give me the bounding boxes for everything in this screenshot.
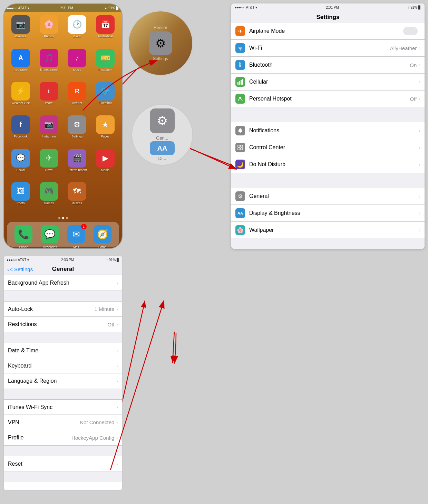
app-instagram-icon: 📷 <box>40 115 58 134</box>
app-travel[interactable]: ✈ Travel <box>36 149 62 180</box>
bluetooth-chevron: › <box>419 62 420 68</box>
settings-row-airplane[interactable]: ✈ Airplane Mode <box>231 23 425 40</box>
zoom-general-label: Gen... <box>156 135 168 141</box>
settings-row-display[interactable]: AA Display & Brightness › <box>231 205 425 222</box>
app-empty <box>92 182 118 213</box>
dock-phone[interactable]: 📞 Phone <box>14 225 32 243</box>
svg-rect-13 <box>238 148 240 150</box>
settings-panel-top: ●●●○○ AT&T ▾ 2:31 PM ↑ 91% ▊ Settings ✈ … <box>231 3 425 249</box>
iphone-home-screen: ●●●○○ AT&T ▾ 2:31 PM ▲ 91% ▊ 📷 Camera 🌸 … <box>3 3 123 249</box>
app-reeder[interactable]: R Reeder <box>64 82 90 113</box>
app-music[interactable]: ♪ Music <box>64 49 90 80</box>
app-imazes-label: iMazes <box>72 201 82 205</box>
app-entertainment-label: Entertainment <box>67 168 87 172</box>
zoom-settings-text: Settings <box>153 56 168 61</box>
settings-row-wallpaper[interactable]: 🌸 Wallpaper › <box>231 222 425 238</box>
app-tweetbot[interactable]: 🐦 Tweetbot <box>92 82 118 113</box>
row-restrictions[interactable]: Restrictions Off › <box>4 317 122 332</box>
general-nav-title: General <box>52 266 74 273</box>
general-icon: ⚙ <box>235 191 245 201</box>
row-auto-lock[interactable]: Auto-Lock 1 Minute › <box>4 302 122 317</box>
row-reset[interactable]: Reset › <box>4 456 122 472</box>
app-camera[interactable]: 📷 Camera <box>8 15 34 47</box>
dock-safari[interactable]: 🧭 Safari <box>94 225 111 243</box>
back-to-settings[interactable]: ‹ < Settings <box>7 266 33 272</box>
app-fantastical[interactable]: 📅 Fantastical <box>92 15 118 47</box>
app-instagram-label: Instagram <box>42 135 56 138</box>
row-itunes-sync[interactable]: iTunes Wi-Fi Sync › <box>4 400 122 415</box>
cellular-icon <box>235 77 245 87</box>
app-imore-label: iMore <box>45 101 53 105</box>
row-background-refresh[interactable]: Background App Refresh › <box>4 275 122 291</box>
settings-carrier: ●●●○○ AT&T ▾ <box>235 6 257 9</box>
dnd-icon: 🌙 <box>235 160 245 169</box>
profile-value: HockeyApp Config <box>71 435 114 441</box>
settings-row-cellular[interactable]: Cellular › <box>231 74 425 91</box>
settings-status-bar: ●●●○○ AT&T ▾ 2:31 PM ↑ 91% ▊ <box>231 3 425 11</box>
display-icon: AA <box>235 208 245 218</box>
row-keyboard[interactable]: Keyboard › <box>4 358 122 373</box>
app-imazes[interactable]: 🗺 iMazes <box>64 182 90 213</box>
dock-mail[interactable]: ✉ 1 Mail <box>67 225 85 243</box>
app-tweetbot-icon: 🐦 <box>96 82 115 101</box>
app-passbook[interactable]: 🎫 Passbook <box>92 49 118 80</box>
settings-row-notifications[interactable]: Notifications › <box>231 122 425 139</box>
app-itunes[interactable]: 🎵 iTunes Store <box>36 49 62 80</box>
notifications-chevron: › <box>419 128 420 133</box>
settings-row-dnd[interactable]: 🌙 Do Not Disturb › <box>231 156 425 173</box>
zoom-circle-settings-icon: Reeder ⚙ Settings <box>128 10 193 76</box>
app-imore[interactable]: i iMore <box>36 82 62 113</box>
app-social-label: Social <box>17 168 25 172</box>
app-appstore[interactable]: A App Store <box>8 49 34 80</box>
status-bar-home: ●●●○○ AT&T ▾ 2:31 PM ▲ 91% ▊ <box>4 4 122 12</box>
auto-lock-label: Auto-Lock <box>8 306 95 312</box>
row-datetime[interactable]: Date & Time › <box>4 343 122 358</box>
row-vpn[interactable]: VPN Not Connected › <box>4 415 122 430</box>
settings-row-bluetooth[interactable]: ᛒ Bluetooth On › <box>231 57 425 74</box>
time-home: 2:31 PM <box>60 6 73 10</box>
app-games-icon: 🎮 <box>40 182 58 201</box>
app-imore-icon: i <box>40 82 58 101</box>
app-weatherline[interactable]: ⚡ Weather Line <box>8 82 34 113</box>
app-settings[interactable]: ⚙ Settings <box>64 115 90 147</box>
svg-rect-6 <box>239 81 240 85</box>
group-lock: Auto-Lock 1 Minute › Restrictions Off › <box>4 301 122 332</box>
row-profile[interactable]: Profile HockeyApp Config › <box>4 430 122 445</box>
cellular-label: Cellular <box>249 79 419 85</box>
app-entertainment[interactable]: 🎬 Entertainment <box>64 149 90 180</box>
sep-d <box>4 446 122 456</box>
app-media[interactable]: ▶ Media <box>92 149 118 180</box>
settings-row-general[interactable]: ⚙ General › <box>231 188 425 205</box>
hotspot-chevron: › <box>419 96 420 102</box>
settings-group-connectivity: ✈ Airplane Mode Wi-Fi AllyHeather › <box>231 23 425 107</box>
app-entertainment-icon: 🎬 <box>68 149 86 168</box>
settings-group-system: Notifications › Control Center › 🌙 Do N <box>231 122 425 173</box>
airplane-icon: ✈ <box>235 26 245 36</box>
row-language[interactable]: Language & Region › <box>4 373 122 389</box>
back-chevron: ‹ <box>7 266 9 272</box>
app-itunes-icon: 🎵 <box>40 49 58 67</box>
app-social[interactable]: 💬 Social <box>8 149 34 180</box>
keyboard-label: Keyboard <box>8 363 116 369</box>
settings-row-wifi[interactable]: Wi-Fi AllyHeather › <box>231 40 425 57</box>
settings-row-hotspot[interactable]: Personal Hotspot Off › <box>231 91 425 107</box>
bluetooth-label: Bluetooth <box>249 62 410 68</box>
app-grid: 📷 Camera 🌸 Photos 🕑 Clock 📅 Fantastical <box>4 12 122 216</box>
dock-safari-label: Safari <box>98 245 107 249</box>
app-faves-label: Faves <box>101 135 110 138</box>
app-games[interactable]: 🎮 Games <box>36 182 62 213</box>
settings-row-control-center[interactable]: Control Center › <box>231 139 425 156</box>
airplane-toggle[interactable] <box>403 27 418 35</box>
general-content: Background App Refresh › Auto-Lock 1 Min… <box>4 275 122 482</box>
app-photos[interactable]: 🌸 Photos <box>36 15 62 47</box>
zoom-settings-gear: ⚙ <box>149 31 172 55</box>
app-facebook[interactable]: f Facebook <box>8 115 34 147</box>
app-settings-label: Settings <box>71 135 83 138</box>
app-photo[interactable]: 🖼 Photo <box>8 182 34 213</box>
app-faves[interactable]: ★ Faves <box>92 115 118 147</box>
app-travel-icon: ✈ <box>40 149 58 168</box>
settings-title: Settings <box>231 11 425 23</box>
dock-messages[interactable]: 💬 Messages <box>41 225 59 243</box>
app-instagram[interactable]: 📷 Instagram <box>36 115 62 147</box>
app-clock[interactable]: 🕑 Clock <box>64 15 90 47</box>
